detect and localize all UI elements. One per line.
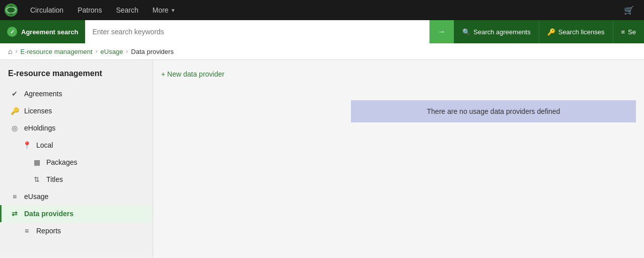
data-providers-icon: ⇄ xyxy=(10,210,19,218)
more-dropdown-arrow: ▼ xyxy=(171,8,176,13)
eholdings-icon: ◎ xyxy=(10,124,19,132)
sidebar-item-label: Agreements xyxy=(24,90,62,98)
licenses-icon: 🔑 xyxy=(10,107,19,115)
nav-patrons[interactable]: Patrons xyxy=(71,3,108,17)
sidebar-item-label: Reports xyxy=(36,227,61,235)
sidebar-heading: E-resource management xyxy=(0,60,153,85)
search-bar-row: ✓ Agreement search → 🔍 Search agreements… xyxy=(0,20,644,43)
empty-notice: There are no usage data providers define… xyxy=(351,100,636,122)
sidebar-item-local[interactable]: 📍 Local xyxy=(0,137,153,154)
sidebar-item-label: Licenses xyxy=(24,107,52,115)
sidebar-item-titles[interactable]: ⇅ Titles xyxy=(0,171,153,188)
nav-search[interactable]: Search xyxy=(110,3,144,17)
breadcrumb-eusage[interactable]: eUsage xyxy=(101,48,123,55)
sidebar-item-label: eHoldings xyxy=(24,124,55,132)
main-layout: E-resource management ✔ Agreements 🔑 Lic… xyxy=(0,60,644,257)
quick-search-btns: 🔍 Search agreements 🔑 Search licenses ≡ … xyxy=(454,20,644,43)
breadcrumb-sep-1: › xyxy=(15,48,17,55)
search-licenses-button[interactable]: 🔑 Search licenses xyxy=(539,20,613,43)
search-agreements-icon: 🔍 xyxy=(462,28,470,36)
search-module-label: ✓ Agreement search xyxy=(0,20,85,43)
sidebar-item-reports[interactable]: ≡ Reports xyxy=(0,222,153,239)
svg-point-1 xyxy=(8,5,14,15)
sidebar-item-label: Titles xyxy=(46,175,63,183)
sidebar-item-eusage[interactable]: ≡ eUsage xyxy=(0,188,153,205)
reports-icon: ≡ xyxy=(22,227,31,235)
search-input[interactable] xyxy=(85,20,430,43)
sidebar-item-agreements[interactable]: ✔ Agreements xyxy=(0,85,153,102)
cart-icon[interactable]: 🛒 xyxy=(618,3,640,18)
new-data-provider-button[interactable]: + New data provider xyxy=(161,68,225,80)
breadcrumb-sep-3: › xyxy=(126,48,128,55)
breadcrumb: ⌂ › E-resource management › eUsage › Dat… xyxy=(0,43,644,60)
sidebar-item-label: Data providers xyxy=(24,210,74,218)
sidebar-item-label: Packages xyxy=(46,158,77,166)
home-icon[interactable]: ⌂ xyxy=(8,47,12,55)
sidebar-item-label: Local xyxy=(36,141,53,149)
breadcrumb-current: Data providers xyxy=(131,48,174,55)
eusage-icon: ≡ xyxy=(10,192,19,201)
sidebar: E-resource management ✔ Agreements 🔑 Lic… xyxy=(0,60,153,257)
search-extra-icon: ≡ xyxy=(621,28,625,36)
search-go-button[interactable]: → xyxy=(430,20,454,43)
agreements-icon: ✔ xyxy=(10,90,19,98)
sidebar-item-eholdings[interactable]: ◎ eHoldings xyxy=(0,119,153,137)
content-area: + New data provider There are no usage d… xyxy=(153,60,644,257)
app-logo[interactable] xyxy=(4,3,20,17)
breadcrumb-sep-2: › xyxy=(96,48,98,55)
search-licenses-icon: 🔑 xyxy=(547,28,555,36)
local-icon: 📍 xyxy=(22,141,31,149)
search-agreements-button[interactable]: 🔍 Search agreements xyxy=(454,20,538,43)
packages-icon: ▦ xyxy=(32,158,41,166)
search-input-wrap xyxy=(85,20,430,43)
nav-more[interactable]: More ▼ xyxy=(147,3,182,17)
module-check-icon: ✓ xyxy=(7,27,17,37)
titles-icon: ⇅ xyxy=(32,175,41,183)
sidebar-item-label: eUsage xyxy=(24,192,48,201)
breadcrumb-eresource[interactable]: E-resource management xyxy=(20,48,92,55)
sidebar-item-data-providers[interactable]: ⇄ Data providers xyxy=(0,205,153,222)
search-extra-button[interactable]: ≡ Se xyxy=(613,20,645,43)
nav-circulation[interactable]: Circulation xyxy=(24,3,69,17)
sidebar-item-packages[interactable]: ▦ Packages xyxy=(0,154,153,171)
top-nav: Circulation Patrons Search More ▼ 🛒 xyxy=(0,0,644,20)
sidebar-item-licenses[interactable]: 🔑 Licenses xyxy=(0,102,153,119)
